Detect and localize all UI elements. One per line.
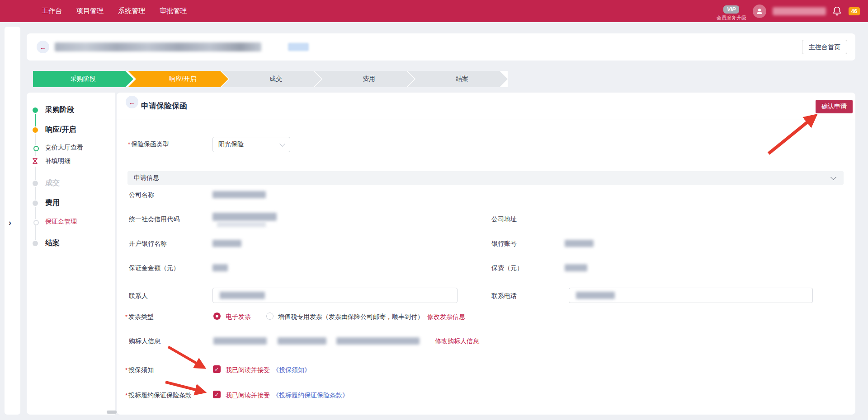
expand-panel-chevron-icon[interactable]: › (9, 218, 11, 228)
radio-label-electronic-invoice[interactable]: 电子发票 (226, 313, 251, 321)
checkbox-insurance-notice[interactable]: ✓ (213, 365, 221, 373)
vip-upgrade-button[interactable]: VIP 会员服务升级 (717, 5, 746, 21)
checkbox-performance-clause[interactable]: ✓ (213, 391, 221, 398)
gray-ring-icon (33, 220, 39, 225)
edit-buyer-info-link[interactable]: 修改购标人信息 (435, 337, 479, 345)
field-label-insurance-notice: *投保须知 (125, 366, 154, 374)
green-ring-icon (33, 146, 39, 151)
label-text: 保险保函类型 (131, 140, 169, 148)
bank-account-redacted (565, 240, 594, 247)
field-label-contact: 联系人 (129, 292, 148, 300)
hourglass-icon (32, 158, 38, 164)
edit-invoice-info-link[interactable]: 修改发票信息 (427, 313, 465, 321)
insurance-notice-link[interactable]: 《投保须知》 (273, 366, 311, 374)
apply-insurance-card: ← 申请保险保函 确认申请 *保险保函类型 阳光保险 申请信息 公司名称 统一社… (117, 93, 855, 415)
nav-item-system-mgmt[interactable]: 系统管理 (118, 7, 145, 15)
stage-sidebar: 采购阶段 响应/开启 竞价大厅查看 补填明细 成交 费用 (27, 93, 115, 415)
form-header: ← 申请保险保函 确认申请 (117, 93, 855, 120)
back-arrow-icon: ← (40, 43, 47, 51)
credit-code-redacted-2 (217, 222, 266, 227)
step-label: 结案 (456, 75, 468, 83)
console-home-button[interactable]: 主控台首页 (802, 40, 847, 54)
sidebar-item-label: 补填明细 (45, 157, 71, 165)
step-response-open: 响应/开启 (128, 71, 233, 87)
field-label-invoice-type: *发票类型 (125, 313, 154, 321)
bell-icon (833, 6, 841, 16)
field-label-performance-clause: *投标履约保证保险条款 (125, 392, 192, 400)
step-fees: 费用 (314, 71, 419, 87)
header-back-button[interactable]: ← (37, 41, 49, 53)
step-label: 响应/开启 (169, 75, 196, 83)
sidebar-item-label: 保证金管理 (45, 218, 77, 226)
field-label-contact-phone: 联系电话 (491, 292, 517, 300)
step-procurement: 采购阶段 (33, 71, 133, 87)
nav-item-approval-mgmt[interactable]: 审批管理 (160, 7, 187, 15)
agreement-text: 我已阅读并接受 (226, 392, 270, 400)
avatar[interactable] (753, 5, 766, 18)
field-label-credit-code: 统一社会信用代码 (129, 215, 179, 224)
step-label: 费用 (363, 75, 375, 83)
radio-vat-invoice[interactable] (266, 313, 274, 320)
username-redacted (773, 7, 826, 15)
field-label-company-name: 公司名称 (129, 191, 154, 199)
chevron-down-icon (279, 141, 285, 147)
credit-code-redacted (212, 213, 277, 221)
timeline-connector (35, 225, 36, 240)
user-icon (756, 8, 763, 15)
field-label-company-address: 公司地址 (491, 215, 517, 224)
gray-dot-icon (33, 201, 38, 206)
radio-electronic-invoice[interactable] (213, 313, 221, 320)
collapsed-panel: › (5, 27, 20, 415)
section-apply-info[interactable]: 申请信息 (127, 171, 844, 185)
sidebar-item-label: 成交 (45, 178, 60, 188)
premium-redacted (565, 264, 587, 271)
label-text: 投标履约保证保险条款 (128, 392, 192, 399)
required-mark: * (125, 313, 127, 320)
timeline-connector (35, 167, 36, 180)
gray-dot-icon (33, 241, 38, 246)
timeline-connector (35, 151, 36, 156)
orange-dot-icon (33, 127, 38, 133)
nav-item-project-mgmt[interactable]: 项目管理 (76, 7, 104, 15)
nav-menu: 工作台 项目管理 系统管理 审批管理 (0, 7, 187, 15)
label-text: 投保须知 (128, 366, 154, 373)
timeline-connector (35, 187, 36, 200)
sidebar-item-label: 费用 (45, 198, 60, 208)
project-title-redacted (55, 42, 261, 51)
back-arrow-icon: ← (129, 98, 136, 106)
vip-caption: 会员服务升级 (717, 14, 746, 21)
section-title: 申请信息 (134, 174, 831, 182)
field-label-bank-account: 银行账号 (491, 240, 517, 248)
nav-item-workbench[interactable]: 工作台 (42, 7, 62, 15)
checkmark-icon: ✓ (214, 366, 219, 373)
field-label-deposit-amount: 保证金金额（元） (129, 264, 179, 272)
timeline-connector (35, 207, 36, 219)
required-mark: * (128, 141, 130, 148)
confirm-apply-button[interactable]: 确认申请 (816, 100, 853, 113)
page-header-card: ← 主控台首页 (27, 33, 855, 61)
buyer-id-redacted (336, 337, 420, 345)
company-name-redacted (212, 191, 266, 198)
progress-steps: 采购阶段 响应/开启 成交 费用 结案 (33, 71, 508, 87)
form-back-button[interactable]: ← (126, 96, 138, 108)
contact-value-redacted (220, 292, 265, 299)
horizontal-scrollbar-thumb[interactable] (107, 411, 117, 414)
page: 工作台 项目管理 系统管理 审批管理 VIP 会员服务升级 46 (0, 0, 868, 420)
insurance-type-select[interactable]: 阳光保险 (212, 137, 290, 152)
step-closing: 结案 (407, 71, 512, 87)
performance-clause-link[interactable]: 《投标履约保证保险条款》 (273, 392, 349, 400)
deposit-amount-redacted (212, 264, 228, 271)
contact-phone-value-redacted (576, 292, 615, 299)
required-mark: * (125, 367, 127, 373)
green-dot-icon (33, 107, 38, 113)
notification-bell-icon[interactable] (832, 6, 842, 17)
step-label: 成交 (269, 75, 282, 83)
field-label-bank-name: 开户银行名称 (129, 240, 167, 248)
timeline-connector (35, 134, 36, 145)
notification-count-badge: 46 (849, 7, 860, 15)
buyer-name-redacted (213, 337, 267, 345)
radio-label-vat-invoice[interactable]: 增值税专用发票（发票由保险公司邮寄，顺丰到付） (278, 313, 424, 321)
page-title: 申请保险保函 (141, 101, 187, 111)
label-text: 发票类型 (128, 313, 154, 320)
required-mark: * (125, 392, 127, 399)
